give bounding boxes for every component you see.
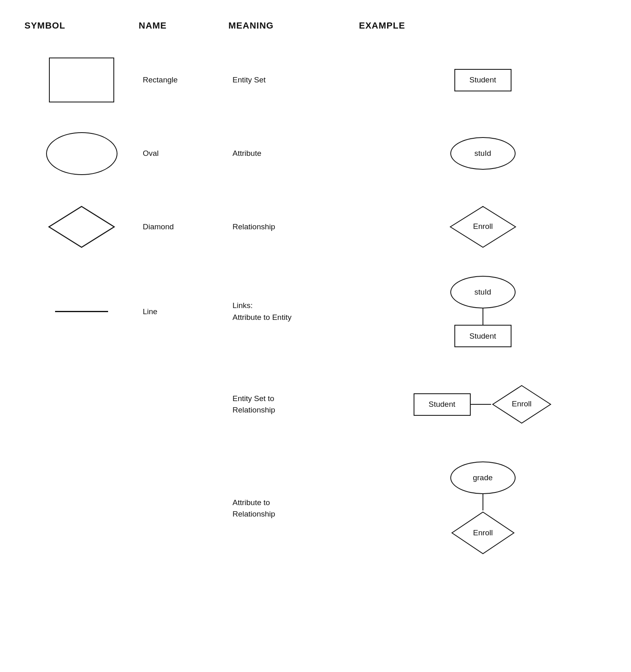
example-rect-shape: Student	[454, 69, 511, 91]
diamond-shape	[47, 204, 116, 249]
meaning-oval: Attribute	[228, 149, 359, 158]
example-diamond-shape: Enroll	[448, 204, 518, 249]
example-oval-shape: stuId	[450, 137, 516, 170]
name-line: Line	[139, 307, 228, 316]
entity-rel-example-group: Student Enroll	[414, 384, 552, 425]
attr-rel-example-group: grade Enroll	[450, 461, 516, 555]
svg-marker-0	[49, 206, 114, 247]
line-example-rect-label: Student	[469, 332, 496, 341]
row-rectangle: Rectangle Entity Set Student	[24, 47, 607, 113]
meaning-line-text: Links:Attribute to Entity	[232, 300, 292, 323]
entity-rel-diamond: Enroll	[491, 384, 552, 425]
attr-rel-connector	[483, 494, 483, 510]
meaning-line: Links:Attribute to Entity	[228, 300, 359, 323]
name-oval: Oval	[139, 149, 228, 158]
example-entity-rel: Student Enroll	[359, 376, 607, 433]
example-attr-rel: grade Enroll	[359, 453, 607, 563]
symbol-oval	[24, 124, 139, 183]
row-oval: Oval Attribute stuId	[24, 121, 607, 186]
meaning-diamond: Relationship	[228, 222, 359, 231]
meaning-rectangle: Entity Set	[228, 75, 359, 84]
symbol-rectangle	[24, 49, 139, 111]
meaning-attr-rel-text: Attribute toRelationship	[232, 497, 275, 520]
symbol-line	[24, 303, 139, 320]
name-rectangle: Rectangle	[139, 75, 228, 84]
meaning-attr-rel: Attribute toRelationship	[228, 497, 359, 520]
entity-rel-connector	[471, 404, 491, 405]
entity-rel-rect: Student	[414, 393, 471, 416]
row-entity-rel: Entity Set toRelationship Student Enroll	[24, 372, 607, 437]
svg-text:Enroll: Enroll	[511, 399, 531, 408]
line-shape	[55, 311, 108, 312]
attr-rel-oval-label: grade	[473, 473, 493, 482]
example-rect-label: Student	[469, 75, 496, 84]
rectangle-shape	[49, 58, 114, 102]
header-meaning: MEANING	[228, 16, 359, 35]
page: SYMBOL NAME MEANING EXAMPLE Rectangle En…	[0, 0, 631, 588]
header-example: EXAMPLE	[359, 16, 607, 35]
meaning-entity-rel-text: Entity Set toRelationship	[232, 393, 275, 416]
line-example-rect: Student	[454, 325, 511, 347]
svg-text:Enroll: Enroll	[473, 528, 493, 537]
row-line: Line Links:Attribute to Entity stuId Stu…	[24, 268, 607, 355]
example-oval-label: stuId	[474, 149, 491, 158]
oval-shape	[46, 132, 117, 175]
example-diamond: Enroll	[359, 196, 607, 257]
header-name: NAME	[139, 16, 228, 35]
meaning-entity-rel: Entity Set toRelationship	[228, 393, 359, 416]
example-rectangle: Student	[359, 61, 607, 100]
attr-rel-oval: grade	[450, 461, 516, 494]
name-diamond: Diamond	[139, 222, 228, 231]
header-symbol: SYMBOL	[24, 16, 139, 35]
example-oval: stuId	[359, 129, 607, 178]
line-example-oval: stuId	[450, 276, 516, 308]
svg-text:Enroll: Enroll	[473, 222, 493, 231]
example-line: stuId Student	[359, 268, 607, 355]
line-example-oval-label: stuId	[474, 288, 491, 297]
attr-rel-diamond: Enroll	[450, 510, 516, 555]
row-attr-rel: Attribute toRelationship grade Enroll	[24, 453, 607, 563]
symbol-diamond	[24, 196, 139, 257]
header-row: SYMBOL NAME MEANING EXAMPLE	[24, 16, 607, 35]
entity-rel-rect-label: Student	[429, 400, 456, 409]
line-connector-vertical	[483, 308, 483, 325]
row-diamond: Diamond Relationship Enroll	[24, 194, 607, 259]
line-example-group: stuId Student	[450, 276, 516, 347]
